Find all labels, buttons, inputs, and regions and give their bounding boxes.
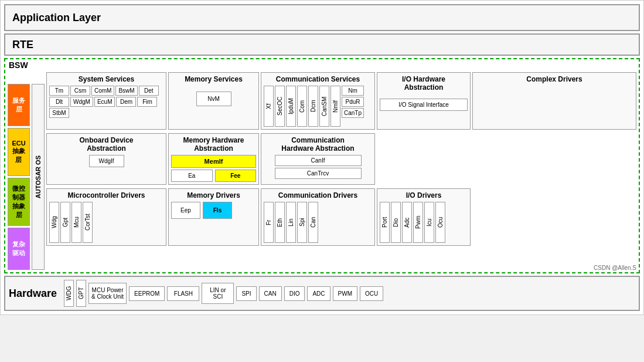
hardware-title: Hardware: [9, 287, 57, 300]
item-bswm: BswM: [115, 86, 137, 96]
hw-flash: FLASH: [167, 286, 199, 301]
comm-hw-abstraction-section: CommunicationHardware Abstraction CanIf …: [261, 133, 375, 185]
autosar-os: AUTOSAR OS: [32, 84, 45, 270]
item-ipdum: IpduM: [286, 86, 296, 127]
system-services-title: System Services: [49, 75, 163, 83]
item-eth: Eth: [275, 202, 285, 243]
memory-services-title: Memory Services: [171, 75, 256, 83]
item-det: Det: [139, 86, 159, 96]
item-cantp: CanTp: [342, 108, 364, 118]
item-com: Com: [297, 86, 307, 127]
label-fuwu: 服务层: [8, 84, 30, 126]
mcu-drivers-section: Microcontroller Drivers Wdg Gpt Mcu CorT…: [46, 188, 166, 246]
item-fim: Fim: [137, 97, 157, 107]
item-comm: ComM: [91, 86, 114, 96]
io-drivers-section: I/O Drivers Port Dio Adc Pwm Icu Ocu: [377, 188, 471, 246]
system-services-section: System Services Tm Csm ComM BswM Det Dlt…: [46, 72, 166, 130]
hw-can: CAN: [259, 286, 282, 301]
rte-title: RTE: [5, 34, 40, 56]
item-icu: Icu: [424, 202, 434, 243]
hw-adc: ADC: [307, 286, 330, 301]
item-memif: MemIf: [171, 155, 256, 168]
comm-services-title: Communication Services: [264, 75, 372, 83]
complex-bot-filler: [472, 188, 636, 248]
io-drivers-title: I/O Drivers: [380, 191, 468, 199]
io-hw-mid-filler: [377, 133, 471, 187]
item-dlt: Dlt: [49, 97, 69, 107]
item-secooc: SecOC: [275, 86, 285, 127]
bsw-left-labels: 服务层 ECU抽象层 微控制器抽象层 复杂驱动: [8, 84, 30, 270]
system-services-items: Tm Csm ComM BswM Det Dlt WdgM EcuM Dem F…: [49, 86, 163, 118]
item-spi: Spi: [297, 202, 307, 243]
memory-drivers-title: Memory Drivers: [171, 191, 256, 199]
comm-hw-abstraction-title: CommunicationHardware Abstraction: [264, 136, 372, 153]
item-can: Can: [308, 202, 318, 243]
item-pdur: PduR: [342, 97, 364, 107]
item-ecum: EcuM: [94, 97, 115, 107]
item-fee: Fee: [215, 170, 257, 182]
item-wdg: Wdg: [49, 202, 59, 243]
item-fls: Fls: [203, 202, 232, 219]
comm-drivers-section: Communication Drivers Fr Eth Lin Spi Can: [261, 188, 375, 246]
main-container: Application Layer RTE BSW 服务层 ECU抽象层 微控制…: [0, 0, 644, 315]
item-lin: Lin: [286, 202, 296, 243]
hardware-layer: Hardware WDG GPT MCU Power& Clock Unit E…: [4, 276, 640, 311]
mcu-drivers-title: Microcontroller Drivers: [49, 191, 163, 199]
complex-drivers-title: Complex Drivers: [475, 75, 633, 83]
item-gpt: Gpt: [60, 202, 70, 243]
item-eep: Eep: [171, 202, 200, 219]
item-dio: Dio: [391, 202, 401, 243]
item-cansm: CanSM: [319, 86, 329, 127]
complex-mid-filler: [472, 133, 636, 187]
row-mid: Onboard DeviceAbstraction WdgIf Memory H…: [46, 133, 636, 187]
item-cortst: CorTst: [83, 202, 93, 243]
item-dcm: Dcm: [308, 86, 318, 127]
item-csm: Csm: [70, 86, 90, 96]
label-weikong: 微控制器抽象层: [8, 178, 30, 226]
item-ea: Ea: [171, 170, 213, 182]
onboard-device-title: Onboard DeviceAbstraction: [49, 136, 163, 153]
row-bot: Microcontroller Drivers Wdg Gpt Mcu CorT…: [46, 188, 636, 248]
application-layer: Application Layer: [4, 4, 640, 31]
memory-hw-abstraction-section: Memory Hardware Abstraction MemIf Ea Fee: [168, 133, 259, 185]
item-stbm: StbM: [49, 108, 69, 118]
item-port: Port: [380, 202, 390, 243]
memory-services-section: Memory Services NvM: [168, 72, 259, 130]
item-adc: Adc: [402, 202, 412, 243]
label-ecu: ECU抽象层: [8, 128, 30, 176]
comm-services-section: Communication Services Xf SecOC IpduM Co…: [261, 72, 375, 130]
item-pwm: Pwm: [413, 202, 423, 243]
item-wdgif: WdgIf: [89, 155, 124, 167]
item-nmif: NmIf: [330, 86, 340, 127]
io-signal-interface: I/O Signal Interface: [380, 99, 468, 111]
item-ocu-driver: Ocu: [435, 202, 445, 243]
rte-layer: RTE: [4, 33, 640, 56]
item-nm: Nm: [342, 86, 364, 96]
hw-lin-sci: LIN orSCI: [202, 283, 234, 304]
item-cantrcv: CanTrcv: [275, 168, 362, 179]
label-fuza: 复杂驱动: [8, 228, 30, 270]
bsw-three-rows: System Services Tm Csm ComM BswM Det Dlt…: [46, 72, 636, 270]
io-hw-abstraction-section: I/O HardwareAbstraction I/O Signal Inter…: [377, 72, 471, 130]
bsw-inner: 服务层 ECU抽象层 微控制器抽象层 复杂驱动 AUTOSAR OS Syste…: [8, 72, 636, 270]
item-canif: CanIf: [275, 155, 362, 166]
memory-drivers-section: Memory Drivers Eep Fls: [168, 188, 259, 246]
hw-dio: DIO: [284, 286, 305, 301]
hw-pwm: PWM: [333, 286, 357, 301]
hardware-items: WDG GPT MCU Power& Clock Unit EEPROM FLA…: [64, 280, 383, 307]
io-hw-abstraction-title: I/O HardwareAbstraction: [380, 75, 468, 92]
hw-wdg: WDG: [64, 280, 74, 307]
complex-drivers-section: Complex Drivers: [472, 72, 636, 130]
hw-mcu-power: MCU Power& Clock Unit: [88, 283, 127, 304]
hw-spi: SPI: [236, 286, 256, 301]
bsw-label: BSW: [8, 60, 29, 70]
row-top: System Services Tm Csm ComM BswM Det Dlt…: [46, 72, 636, 131]
bsw-layer: BSW 服务层 ECU抽象层 微控制器抽象层 复杂驱动 AUTOSAR OS S…: [4, 58, 640, 273]
hw-gpt: GPT: [76, 280, 86, 307]
item-xf: Xf: [264, 86, 274, 127]
autosar-os-label: AUTOSAR OS: [35, 155, 42, 198]
item-mcu: Mcu: [71, 202, 81, 243]
item-fr: Fr: [264, 202, 274, 243]
hw-ocu: OCU: [360, 286, 383, 301]
watermark: CSDN @Allen.S: [594, 265, 636, 271]
